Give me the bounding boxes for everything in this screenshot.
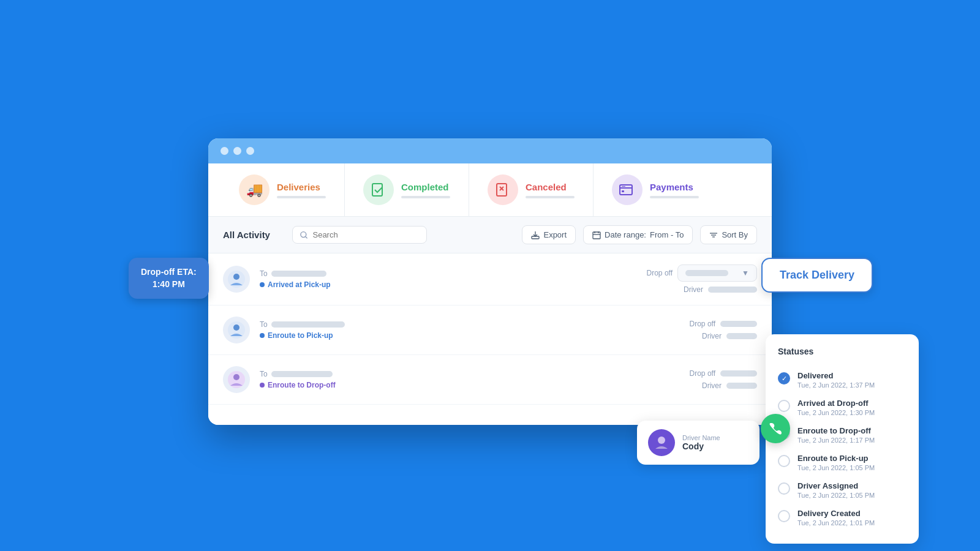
status-item-0: ✓ Delivered Tue, 2 Jun 2022, 1:37 PM [778, 366, 907, 394]
delivery-right-3: Drop off Driver [635, 369, 757, 390]
track-delivery-button[interactable]: Track Delivery [761, 258, 873, 293]
to-label-3: To [260, 370, 268, 378]
status-date-4: Tue, 2 Jun 2022, 1:05 PM [797, 492, 875, 499]
app-window: Drop-off ETA: 1:40 PM Track Delivery 🚚 D… [208, 138, 772, 425]
status-label-1: Arrived at Drop-off [797, 399, 875, 408]
tab-deliveries[interactable]: 🚚 Deliveries [221, 163, 345, 216]
svg-rect-4 [620, 185, 632, 195]
drop-off-row-2: Drop off [690, 320, 757, 328]
delivery-name-bar-3 [271, 371, 333, 377]
payments-bar [650, 196, 699, 198]
traffic-light-green [246, 147, 254, 155]
drop-off-value-1 [685, 270, 728, 276]
driver-row-1: Driver [684, 285, 757, 294]
delivery-name-bar-2 [271, 321, 345, 328]
status-label-5: Delivery Created [797, 509, 875, 518]
search-input[interactable] [312, 230, 418, 239]
delivery-avatar-3 [223, 366, 250, 393]
delivery-row-3: To Enroute to Drop-off Drop off Driver [208, 355, 772, 405]
drop-off-label-2: Drop off [690, 320, 715, 328]
completed-bar [401, 196, 450, 198]
eta-line2: 1:40 PM [141, 279, 197, 291]
svg-point-24 [233, 374, 239, 380]
canceled-icon [488, 174, 518, 205]
export-label: Export [543, 230, 567, 239]
status-label-3: Enroute to Pick-up [797, 454, 875, 463]
nav-tabs: 🚚 Deliveries Completed [208, 163, 772, 217]
status-label-4: Driver Assigned [797, 481, 875, 490]
toolbar-title: All Activity [223, 230, 270, 240]
status-date-5: Tue, 2 Jun 2022, 1:01 PM [797, 519, 875, 527]
status-circle-4 [778, 482, 790, 495]
dropdown-arrow-1: ▼ [742, 269, 749, 277]
to-label-1: To [260, 269, 268, 278]
driver-label-3: Driver [702, 381, 722, 390]
statuses-title: Statuses [778, 347, 907, 356]
status-label-0: Delivered [797, 371, 875, 380]
status-circle-1 [778, 400, 790, 412]
tab-payments[interactable]: Payments [594, 163, 717, 216]
sort-button[interactable]: Sort By [700, 225, 757, 244]
date-range-label: Date range: [605, 230, 646, 239]
status-date-0: Tue, 2 Jun 2022, 1:37 PM [797, 381, 875, 389]
date-range-value: From - To [650, 230, 684, 239]
svg-point-22 [233, 324, 239, 331]
svg-rect-0 [372, 184, 382, 196]
tab-canceled[interactable]: Canceled [469, 163, 594, 216]
status-text-1: Arrived at Pick-up [268, 280, 331, 289]
delivery-status-3: Enroute to Drop-off [260, 381, 625, 389]
search-icon [300, 231, 308, 239]
svg-rect-6 [622, 190, 624, 192]
deliveries-bar [277, 196, 326, 198]
completed-icon [363, 174, 394, 205]
delivery-name-bar-1 [271, 271, 326, 277]
delivery-row-2: To Enroute to Pick-up Drop off Driver [208, 305, 772, 355]
driver-value-1 [708, 287, 757, 293]
delivery-status-2: Enroute to Pick-up [260, 331, 625, 340]
canceled-label: Canceled [526, 182, 575, 192]
status-item-5: Delivery Created Tue, 2 Jun 2022, 1:01 P… [778, 504, 907, 531]
status-text-2: Enroute to Pick-up [268, 331, 333, 340]
drop-off-row-1: Drop off ▼ [647, 264, 757, 282]
status-circle-0: ✓ [778, 372, 790, 384]
toolbar: All Activity Export [208, 217, 772, 253]
delivery-to-2: To [260, 320, 625, 329]
driver-name-value: Cody [682, 441, 720, 451]
driver-value-2 [726, 333, 757, 339]
payments-label: Payments [650, 182, 699, 192]
search-box[interactable] [292, 226, 427, 244]
tab-completed[interactable]: Completed [345, 163, 469, 216]
driver-row-3: Driver [702, 381, 757, 390]
status-date-1: Tue, 2 Jun 2022, 1:30 PM [797, 409, 875, 416]
driver-value-3 [726, 383, 757, 389]
delivery-status-1: Arrived at Pick-up [260, 280, 625, 289]
svg-rect-12 [593, 232, 600, 239]
delivery-to-3: To [260, 370, 625, 378]
date-range-button[interactable]: Date range: From - To [583, 225, 693, 244]
status-dot-3 [260, 383, 265, 388]
status-item-4: Driver Assigned Tue, 2 Jun 2022, 1:05 PM [778, 476, 907, 504]
statuses-panel: Statuses ✓ Delivered Tue, 2 Jun 2022, 1:… [766, 334, 919, 544]
status-item-3: Enroute to Pick-up Tue, 2 Jun 2022, 1:05… [778, 449, 907, 476]
driver-label-2: Driver [702, 332, 722, 340]
status-dot-2 [260, 333, 265, 338]
drop-off-label-1: Drop off [647, 269, 673, 277]
driver-name-label: Driver Name [682, 434, 720, 441]
delivery-info-2: To Enroute to Pick-up [260, 320, 625, 340]
content-area: To Arrived at Pick-up Drop off ▼ [208, 253, 772, 425]
svg-point-8 [301, 231, 306, 237]
svg-rect-1 [497, 184, 507, 196]
status-label-2: Enroute to Drop-off [797, 426, 875, 435]
status-date-3: Tue, 2 Jun 2022, 1:05 PM [797, 464, 875, 471]
drop-off-value-3 [720, 370, 757, 377]
phone-button[interactable] [761, 414, 790, 443]
status-circle-3 [778, 455, 790, 467]
status-circle-5 [778, 510, 790, 522]
completed-label: Completed [401, 182, 450, 192]
drop-off-row-3: Drop off [690, 369, 757, 378]
drop-off-dropdown-1[interactable]: ▼ [677, 264, 757, 282]
export-button[interactable]: Export [522, 225, 576, 244]
svg-rect-7 [622, 186, 625, 187]
status-item-2: Enroute to Drop-off Tue, 2 Jun 2022, 1:1… [778, 421, 907, 449]
svg-point-20 [233, 274, 239, 280]
